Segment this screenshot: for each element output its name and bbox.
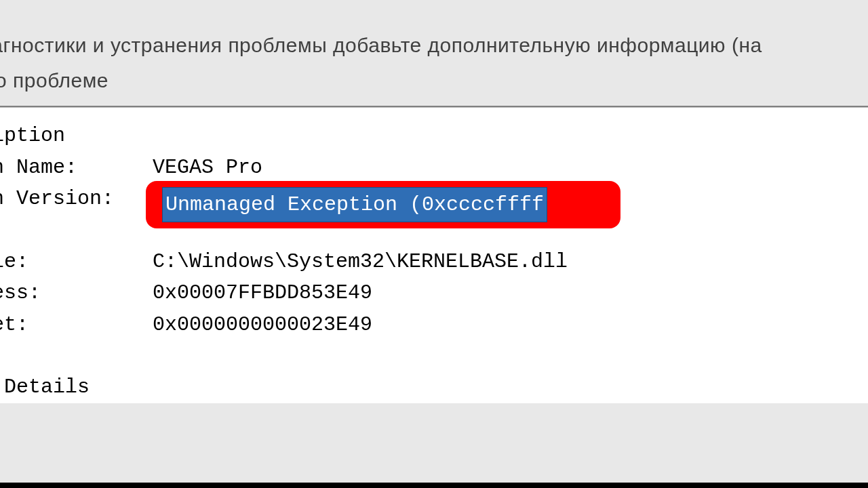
exception-highlight-box: Unmanaged Exception (0xccccffff [146,181,620,228]
error-details: ription on Name: VEGAS Pro on Version: U… [0,108,868,403]
address-value: 0x00007FFBDD853E49 [153,277,372,309]
offset-label: set: [0,309,153,341]
exception-text-selected[interactable]: Unmanaged Exception (0xccccffff [162,187,547,223]
application-name-row: on Name: VEGAS Pro [0,152,868,184]
spacer [0,340,868,371]
fault-address-row: ress: 0x00007FFBDD853E49 [0,277,868,309]
header-section: иагностики и устранения проблемы добавьт… [0,0,868,107]
name-label: on Name: [0,152,153,184]
version-label: on Version: [0,183,153,215]
details-panel: ription on Name: VEGAS Pro on Version: U… [0,107,868,403]
header-instruction-line-2: т о проблеме [0,69,868,92]
fault-module-row: ule: C:\Windows\System32\KERNELBASE.dll [0,246,868,278]
description-header-row: ription [0,120,868,152]
header-instruction-line-1: иагностики и устранения проблемы добавьт… [0,34,868,57]
details-section-header-row: s Details [0,371,868,403]
name-value: VEGAS Pro [153,152,262,184]
offset-value: 0x0000000000023E49 [153,309,372,341]
module-value: C:\Windows\System32\KERNELBASE.dll [153,246,568,278]
description-label: ription [0,120,153,152]
details-section-label: s Details [0,371,153,403]
address-label: ress: [0,277,153,309]
bottom-black-bar [0,483,868,488]
fault-offset-row: set: 0x0000000000023E49 [0,309,868,341]
module-label: ule: [0,246,153,278]
